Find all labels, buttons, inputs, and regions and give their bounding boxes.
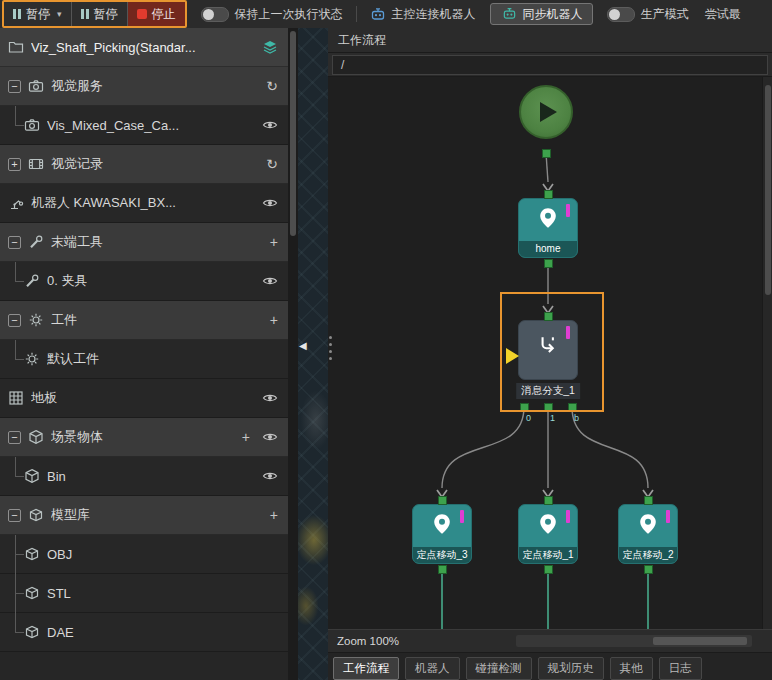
scrollbar-thumb[interactable] [653, 637, 747, 645]
collapse-panel-button[interactable]: ◀ [299, 340, 307, 351]
try-label[interactable]: 尝试最 [705, 6, 741, 23]
node-out-port[interactable] [544, 259, 553, 268]
pause-2-label: 暂停 [94, 6, 118, 23]
sidebar-item[interactable]: +视觉记录↻ [0, 145, 288, 184]
add-icon[interactable]: + [270, 508, 278, 522]
node-in-port[interactable] [438, 496, 447, 505]
visibility-eye-icon[interactable] [262, 390, 278, 406]
sidebar-item-label: DAE [47, 625, 74, 640]
bottom-tab[interactable]: 规划历史 [538, 657, 604, 680]
canvas-vertical-scrollbar[interactable] [762, 77, 772, 629]
node-out-port[interactable] [438, 565, 447, 574]
workflow-node-m3[interactable]: 定点移动_3 [412, 504, 472, 564]
sidebar-item-label: 场景物体 [51, 428, 103, 446]
expander-plus-icon[interactable]: + [8, 158, 21, 171]
expander-minus-icon[interactable]: − [8, 314, 21, 327]
tree-connector [8, 574, 24, 613]
node-out-port[interactable] [644, 565, 653, 574]
scrollbar-thumb[interactable] [765, 85, 771, 295]
row-actions [262, 273, 282, 289]
visibility-eye-icon[interactable] [262, 273, 278, 289]
workflow-node-m2[interactable]: 定点移动_2 [618, 504, 678, 564]
workflow-node-home[interactable]: home [518, 198, 578, 258]
pause-button[interactable]: 暂停 ▾ [4, 2, 72, 26]
sidebar-item-label: 视觉服务 [51, 77, 103, 95]
project-stack-icon[interactable] [262, 39, 278, 55]
sidebar-item[interactable]: −末端工具+ [0, 223, 288, 262]
visibility-eye-icon[interactable] [262, 468, 278, 484]
priority-flag [566, 204, 570, 217]
panel-drag-handle[interactable] [329, 336, 334, 360]
sidebar-item[interactable]: 地板 [0, 379, 288, 418]
node-out-port[interactable] [542, 149, 551, 158]
keep-state-toggle[interactable] [201, 7, 229, 22]
zoom-label: Zoom 100% [337, 635, 399, 647]
refresh-icon[interactable]: ↻ [266, 157, 278, 171]
sidebar-item[interactable]: OBJ [0, 535, 288, 574]
workflow-node-m1[interactable]: 定点移动_1 [518, 504, 578, 564]
priority-flag [566, 510, 570, 523]
sidebar-item-label: 视觉记录 [51, 155, 103, 173]
add-icon[interactable]: + [270, 313, 278, 327]
node-in-port[interactable] [544, 312, 553, 321]
bottom-tab[interactable]: 其他 [610, 657, 653, 680]
branch-out-port[interactable] [520, 403, 529, 412]
node-in-port[interactable] [544, 190, 553, 199]
branch-out-port[interactable] [544, 403, 553, 412]
toggle-knob [203, 9, 214, 20]
pause-2-button[interactable]: 暂停 [72, 2, 128, 26]
sync-robot-button[interactable]: 同步机器人 [490, 3, 593, 25]
breadcrumb[interactable]: / [332, 55, 768, 75]
grid-icon [8, 390, 24, 406]
master-connect-label[interactable]: 主控连接机器人 [392, 6, 476, 23]
master-robot-icon [370, 6, 386, 22]
visibility-eye-icon[interactable] [262, 195, 278, 211]
viewport-3d-strip[interactable]: ◀ [298, 28, 328, 680]
sidebar-item[interactable]: 0. 夹具 [0, 262, 288, 301]
dropdown-caret-icon: ▾ [57, 9, 62, 19]
bottom-tab[interactable]: 工作流程 [333, 657, 399, 680]
add-icon[interactable]: + [242, 430, 250, 444]
sidebar-item[interactable]: Bin [0, 457, 288, 496]
workflow-node-branch[interactable] [518, 320, 578, 380]
expander-minus-icon[interactable]: − [8, 431, 21, 444]
sidebar-item[interactable]: 机器人 KAWASAKI_BX... [0, 184, 288, 223]
sidebar-item[interactable]: −模型库+ [0, 496, 288, 535]
start-node[interactable] [519, 85, 573, 139]
sidebar-item[interactable]: Viz_Shaft_Picking(Standar... [0, 28, 288, 67]
cube-icon [28, 429, 44, 445]
sidebar-item[interactable]: Vis_Mixed_Case_Ca... [0, 106, 288, 145]
bottom-tab[interactable]: 机器人 [405, 657, 460, 680]
sidebar-item[interactable]: DAE [0, 613, 288, 652]
priority-flag [666, 510, 670, 523]
sidebar-item[interactable]: −工件+ [0, 301, 288, 340]
sidebar-item-label: 工件 [51, 311, 77, 329]
port-label: 1 [550, 413, 555, 423]
expander-minus-icon[interactable]: − [8, 236, 21, 249]
node-in-port[interactable] [544, 496, 553, 505]
branch-out-port[interactable] [568, 403, 577, 412]
node-out-port[interactable] [544, 565, 553, 574]
refresh-icon[interactable]: ↻ [266, 79, 278, 93]
production-mode-toggle[interactable] [607, 7, 635, 22]
sidebar-scrollbar[interactable] [288, 28, 298, 680]
stop-button[interactable]: 停止 [128, 2, 185, 26]
sidebar-item[interactable]: STL [0, 574, 288, 613]
visibility-eye-icon[interactable] [262, 429, 278, 445]
sidebar-item[interactable]: −场景物体+ [0, 418, 288, 457]
sidebar-item[interactable]: 默认工件 [0, 340, 288, 379]
bottom-tab[interactable]: 日志 [659, 657, 702, 680]
add-icon[interactable]: + [270, 235, 278, 249]
panel-header: 工作流程 [328, 28, 772, 53]
workflow-canvas[interactable]: home消息分支_101b定点移动_3定点移动_1定点移动_2 [328, 77, 772, 629]
bottom-tab[interactable]: 碰撞检测 [466, 657, 532, 680]
node-in-port[interactable] [644, 496, 653, 505]
scrollbar-thumb[interactable] [290, 31, 296, 236]
expander-minus-icon[interactable]: − [8, 509, 21, 522]
box-icon [24, 546, 40, 562]
expander-minus-icon[interactable]: − [8, 80, 21, 93]
wrench-icon [24, 273, 40, 289]
visibility-eye-icon[interactable] [262, 117, 278, 133]
sidebar-item[interactable]: −视觉服务↻ [0, 67, 288, 106]
canvas-horizontal-scrollbar[interactable] [516, 635, 752, 647]
